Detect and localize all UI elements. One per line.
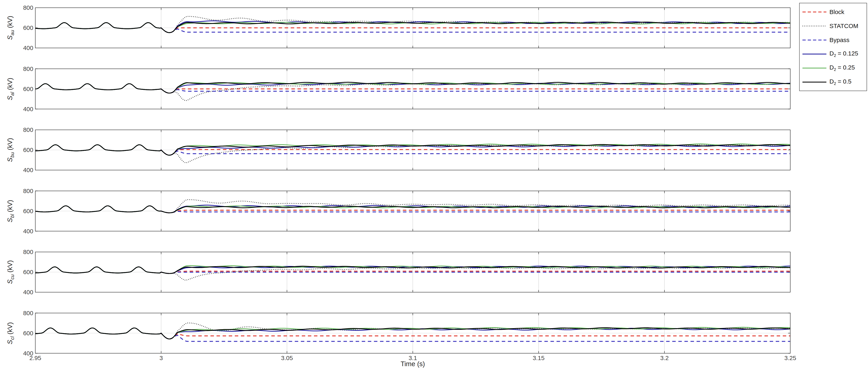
subplot-bu <box>35 130 790 170</box>
legend-entry-statcom: STATCOM <box>802 20 864 32</box>
y-tick-label: 800 <box>17 4 33 11</box>
y-tick-label: 800 <box>17 187 33 195</box>
y-tick-label: 400 <box>17 44 33 52</box>
x-tick-label: 3.2 <box>650 355 679 362</box>
legend-d25-line-sample <box>802 67 827 69</box>
y-axis-title: Sbl (kV) <box>6 200 15 222</box>
legend-label: STATCOM <box>830 23 858 29</box>
y-axis-title: Scl (kV) <box>6 322 15 344</box>
figure: 800600400Sau (kV)800600400Sal (kV)800600… <box>0 0 868 368</box>
legend-entry-block: Block <box>802 5 864 19</box>
y-tick-label: 400 <box>17 288 33 296</box>
x-tick-label: 3.25 <box>776 355 804 362</box>
plot-canvas <box>0 0 868 368</box>
y-axis-title: Sbu (kV) <box>6 138 15 162</box>
x-axis-title: Time (s) <box>382 360 443 368</box>
y-tick-label: 800 <box>17 310 33 317</box>
y-axis-title: Sau (kV) <box>6 16 15 40</box>
y-tick-label: 600 <box>17 268 33 276</box>
x-tick-label: 3 <box>147 355 175 362</box>
legend-label: Bypass <box>830 36 849 44</box>
y-tick-label: 600 <box>17 24 33 31</box>
legend-entry-bypass: Bypass <box>802 33 864 47</box>
y-tick-label: 600 <box>17 146 33 153</box>
legend-label: D2 = 0.5 <box>830 78 851 86</box>
y-tick-label: 800 <box>17 248 33 256</box>
y-tick-label: 600 <box>17 85 33 93</box>
legend: Block STATCOM Bypass D2 = 0.125 D2 = 0.2… <box>799 3 867 91</box>
subplot-au <box>35 8 790 48</box>
subplot-bl <box>35 191 790 231</box>
subplot-al <box>35 69 790 109</box>
legend-d5-line-sample <box>802 81 827 83</box>
y-tick-label: 400 <box>17 106 33 113</box>
y-tick-label: 400 <box>17 166 33 174</box>
legend-entry-d125: D2 = 0.125 <box>802 48 864 61</box>
legend-entry-d5: D2 = 0.5 <box>802 76 864 89</box>
y-axis-title: Sal (kV) <box>6 78 15 100</box>
legend-block-line-sample <box>802 11 827 13</box>
legend-statcom-line-sample <box>802 25 827 27</box>
subplot-cl <box>35 313 790 353</box>
x-tick-label: 3.05 <box>273 355 301 362</box>
y-axis-title: Scu (kV) <box>6 260 15 284</box>
legend-d125-line-sample <box>802 53 827 55</box>
y-tick-label: 800 <box>17 126 33 134</box>
subplot-cu <box>35 252 790 292</box>
legend-label: Block <box>830 8 844 16</box>
legend-label: D2 = 0.125 <box>830 50 858 58</box>
legend-bypass-line-sample <box>802 39 827 41</box>
y-tick-label: 400 <box>17 228 33 235</box>
x-tick-label: 2.95 <box>21 355 50 362</box>
y-tick-label: 600 <box>17 330 33 337</box>
x-tick-label: 3.15 <box>524 355 553 362</box>
legend-entry-d25: D2 = 0.25 <box>802 62 864 75</box>
y-tick-label: 800 <box>17 65 33 73</box>
legend-label: D2 = 0.25 <box>830 64 855 72</box>
y-tick-label: 600 <box>17 207 33 215</box>
